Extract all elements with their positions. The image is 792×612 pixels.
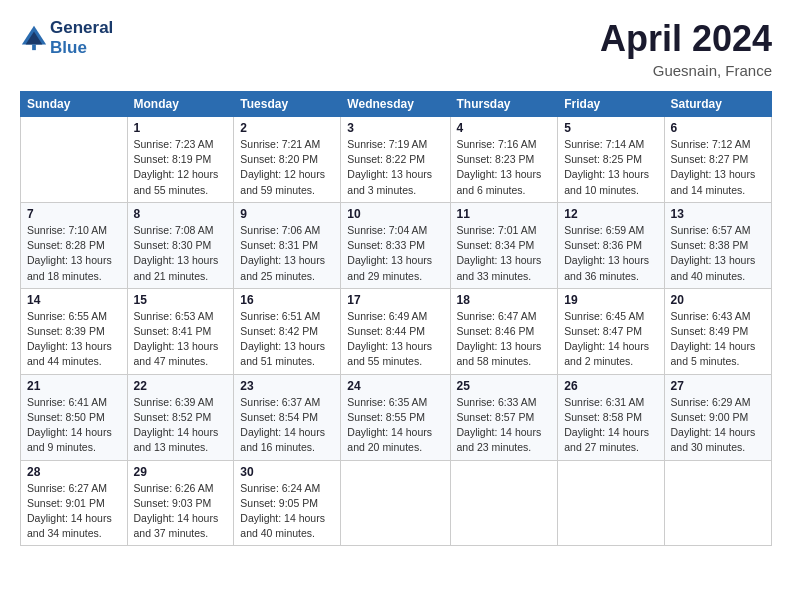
col-monday: Monday	[127, 92, 234, 117]
day-number: 23	[240, 379, 334, 393]
table-row: 5Sunrise: 7:14 AM Sunset: 8:25 PM Daylig…	[558, 117, 664, 203]
day-number: 4	[457, 121, 552, 135]
day-info: Sunrise: 7:04 AM Sunset: 8:33 PM Dayligh…	[347, 223, 443, 284]
day-info: Sunrise: 6:51 AM Sunset: 8:42 PM Dayligh…	[240, 309, 334, 370]
day-number: 14	[27, 293, 121, 307]
table-row: 18Sunrise: 6:47 AM Sunset: 8:46 PM Dayli…	[450, 288, 558, 374]
day-number: 12	[564, 207, 657, 221]
day-number: 20	[671, 293, 765, 307]
table-row: 24Sunrise: 6:35 AM Sunset: 8:55 PM Dayli…	[341, 374, 450, 460]
day-info: Sunrise: 6:37 AM Sunset: 8:54 PM Dayligh…	[240, 395, 334, 456]
table-row: 3Sunrise: 7:19 AM Sunset: 8:22 PM Daylig…	[341, 117, 450, 203]
day-info: Sunrise: 7:12 AM Sunset: 8:27 PM Dayligh…	[671, 137, 765, 198]
table-row: 11Sunrise: 7:01 AM Sunset: 8:34 PM Dayli…	[450, 202, 558, 288]
day-number: 27	[671, 379, 765, 393]
day-number: 30	[240, 465, 334, 479]
day-info: Sunrise: 6:43 AM Sunset: 8:49 PM Dayligh…	[671, 309, 765, 370]
col-thursday: Thursday	[450, 92, 558, 117]
day-info: Sunrise: 6:49 AM Sunset: 8:44 PM Dayligh…	[347, 309, 443, 370]
page: General Blue April 2024 Guesnain, France…	[0, 0, 792, 556]
table-row: 29Sunrise: 6:26 AM Sunset: 9:03 PM Dayli…	[127, 460, 234, 546]
calendar-location: Guesnain, France	[600, 62, 772, 79]
day-number: 5	[564, 121, 657, 135]
table-row: 13Sunrise: 6:57 AM Sunset: 8:38 PM Dayli…	[664, 202, 771, 288]
day-info: Sunrise: 6:27 AM Sunset: 9:01 PM Dayligh…	[27, 481, 121, 542]
day-info: Sunrise: 7:16 AM Sunset: 8:23 PM Dayligh…	[457, 137, 552, 198]
logo-general: General	[50, 18, 113, 37]
table-row	[450, 460, 558, 546]
day-info: Sunrise: 6:55 AM Sunset: 8:39 PM Dayligh…	[27, 309, 121, 370]
day-info: Sunrise: 6:29 AM Sunset: 9:00 PM Dayligh…	[671, 395, 765, 456]
logo-text: General Blue	[50, 18, 113, 57]
day-info: Sunrise: 6:26 AM Sunset: 9:03 PM Dayligh…	[134, 481, 228, 542]
table-row: 19Sunrise: 6:45 AM Sunset: 8:47 PM Dayli…	[558, 288, 664, 374]
col-saturday: Saturday	[664, 92, 771, 117]
col-tuesday: Tuesday	[234, 92, 341, 117]
day-info: Sunrise: 7:14 AM Sunset: 8:25 PM Dayligh…	[564, 137, 657, 198]
day-number: 18	[457, 293, 552, 307]
day-info: Sunrise: 6:59 AM Sunset: 8:36 PM Dayligh…	[564, 223, 657, 284]
day-number: 2	[240, 121, 334, 135]
day-info: Sunrise: 7:10 AM Sunset: 8:28 PM Dayligh…	[27, 223, 121, 284]
day-info: Sunrise: 7:08 AM Sunset: 8:30 PM Dayligh…	[134, 223, 228, 284]
day-number: 29	[134, 465, 228, 479]
table-row	[664, 460, 771, 546]
table-row: 9Sunrise: 7:06 AM Sunset: 8:31 PM Daylig…	[234, 202, 341, 288]
day-info: Sunrise: 7:19 AM Sunset: 8:22 PM Dayligh…	[347, 137, 443, 198]
svg-rect-2	[32, 44, 36, 50]
day-number: 7	[27, 207, 121, 221]
day-number: 6	[671, 121, 765, 135]
table-row: 23Sunrise: 6:37 AM Sunset: 8:54 PM Dayli…	[234, 374, 341, 460]
table-row: 20Sunrise: 6:43 AM Sunset: 8:49 PM Dayli…	[664, 288, 771, 374]
calendar-header-row: Sunday Monday Tuesday Wednesday Thursday…	[21, 92, 772, 117]
table-row: 30Sunrise: 6:24 AM Sunset: 9:05 PM Dayli…	[234, 460, 341, 546]
day-info: Sunrise: 6:39 AM Sunset: 8:52 PM Dayligh…	[134, 395, 228, 456]
table-row: 26Sunrise: 6:31 AM Sunset: 8:58 PM Dayli…	[558, 374, 664, 460]
table-row: 21Sunrise: 6:41 AM Sunset: 8:50 PM Dayli…	[21, 374, 128, 460]
table-row: 14Sunrise: 6:55 AM Sunset: 8:39 PM Dayli…	[21, 288, 128, 374]
calendar-title: April 2024	[600, 18, 772, 60]
day-info: Sunrise: 6:53 AM Sunset: 8:41 PM Dayligh…	[134, 309, 228, 370]
table-row: 8Sunrise: 7:08 AM Sunset: 8:30 PM Daylig…	[127, 202, 234, 288]
table-row: 16Sunrise: 6:51 AM Sunset: 8:42 PM Dayli…	[234, 288, 341, 374]
col-sunday: Sunday	[21, 92, 128, 117]
day-number: 3	[347, 121, 443, 135]
day-number: 16	[240, 293, 334, 307]
day-number: 11	[457, 207, 552, 221]
col-friday: Friday	[558, 92, 664, 117]
table-row	[21, 117, 128, 203]
day-info: Sunrise: 7:06 AM Sunset: 8:31 PM Dayligh…	[240, 223, 334, 284]
table-row	[341, 460, 450, 546]
table-row: 7Sunrise: 7:10 AM Sunset: 8:28 PM Daylig…	[21, 202, 128, 288]
table-row: 10Sunrise: 7:04 AM Sunset: 8:33 PM Dayli…	[341, 202, 450, 288]
day-number: 15	[134, 293, 228, 307]
day-info: Sunrise: 7:01 AM Sunset: 8:34 PM Dayligh…	[457, 223, 552, 284]
table-row: 22Sunrise: 6:39 AM Sunset: 8:52 PM Dayli…	[127, 374, 234, 460]
day-info: Sunrise: 7:21 AM Sunset: 8:20 PM Dayligh…	[240, 137, 334, 198]
table-row: 1Sunrise: 7:23 AM Sunset: 8:19 PM Daylig…	[127, 117, 234, 203]
table-row: 15Sunrise: 6:53 AM Sunset: 8:41 PM Dayli…	[127, 288, 234, 374]
day-info: Sunrise: 6:45 AM Sunset: 8:47 PM Dayligh…	[564, 309, 657, 370]
day-number: 22	[134, 379, 228, 393]
col-wednesday: Wednesday	[341, 92, 450, 117]
table-row: 28Sunrise: 6:27 AM Sunset: 9:01 PM Dayli…	[21, 460, 128, 546]
day-number: 26	[564, 379, 657, 393]
table-row: 25Sunrise: 6:33 AM Sunset: 8:57 PM Dayli…	[450, 374, 558, 460]
day-number: 10	[347, 207, 443, 221]
table-row: 6Sunrise: 7:12 AM Sunset: 8:27 PM Daylig…	[664, 117, 771, 203]
day-number: 13	[671, 207, 765, 221]
calendar-table: Sunday Monday Tuesday Wednesday Thursday…	[20, 91, 772, 546]
day-number: 17	[347, 293, 443, 307]
logo: General Blue	[20, 18, 113, 57]
header: General Blue April 2024 Guesnain, France	[20, 18, 772, 79]
day-info: Sunrise: 6:31 AM Sunset: 8:58 PM Dayligh…	[564, 395, 657, 456]
day-number: 28	[27, 465, 121, 479]
day-info: Sunrise: 6:24 AM Sunset: 9:05 PM Dayligh…	[240, 481, 334, 542]
table-row: 4Sunrise: 7:16 AM Sunset: 8:23 PM Daylig…	[450, 117, 558, 203]
day-number: 8	[134, 207, 228, 221]
logo-icon	[20, 24, 48, 52]
day-info: Sunrise: 7:23 AM Sunset: 8:19 PM Dayligh…	[134, 137, 228, 198]
day-info: Sunrise: 6:33 AM Sunset: 8:57 PM Dayligh…	[457, 395, 552, 456]
table-row	[558, 460, 664, 546]
day-info: Sunrise: 6:35 AM Sunset: 8:55 PM Dayligh…	[347, 395, 443, 456]
